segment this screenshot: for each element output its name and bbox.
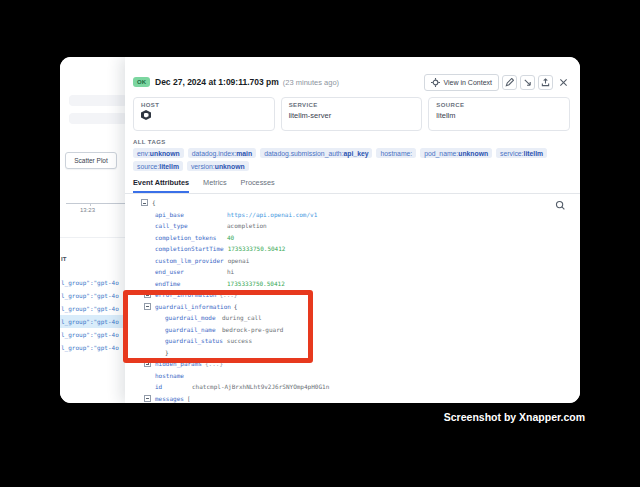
group-row-list: l_group":"gpt-4o l_group":"gpt-4o l_grou… — [60, 276, 125, 354]
tag-key: datadog.index: — [192, 150, 237, 157]
event-relative-time: (23 minutes ago) — [283, 78, 339, 87]
attr-row-guardrail-name: guardrail_name bedrock-pre-guard — [133, 324, 570, 336]
source-card-label: SOURCE — [436, 102, 562, 108]
export-button[interactable] — [538, 75, 553, 90]
tag-datadog-index[interactable]: datadog.index:main — [188, 148, 256, 158]
attr-row-api-base: api_base https://api.openai.com/v1 — [133, 209, 570, 221]
tag-key: pod_name: — [424, 150, 458, 157]
open-brace: { — [152, 199, 156, 206]
summary-cards: HOST SERVICE litellm-server SOURCE litel… — [133, 97, 570, 131]
tag-key: service: — [500, 150, 523, 157]
attr-key: completion_tokens — [155, 234, 223, 241]
attr-key: completionStartTime — [155, 245, 224, 252]
attr-row-call-type: call_type acompletion — [133, 220, 570, 232]
service-card-value: litellm-server — [289, 111, 415, 120]
tag-key: source: — [137, 163, 159, 170]
source-card[interactable]: SOURCE litellm — [428, 97, 570, 131]
chart-axis-label: 13:23 — [80, 207, 95, 213]
tag-datadog-submission-auth[interactable]: datadog.submission_auth:api_key — [260, 148, 372, 158]
scatter-plot-button[interactable]: Scatter Plot — [65, 152, 117, 169]
collapse-icon[interactable] — [144, 395, 151, 402]
attr-row-hidden-params: hidden_params {...} — [133, 358, 570, 370]
tag-list: env:unknown datadog.index:main datadog.s… — [133, 148, 573, 171]
group-row[interactable]: l_group":"gpt-4o — [60, 341, 125, 354]
tab-processes[interactable]: Processes — [241, 178, 275, 193]
attr-row-completion-start-time: completionStartTime 1735333750.50412 — [133, 243, 570, 255]
host-card[interactable]: HOST — [133, 97, 275, 131]
open-bracket: [ — [187, 395, 191, 402]
group-row[interactable]: l_group":"gpt-4o — [60, 276, 125, 289]
json-close-brace-row: } — [133, 347, 570, 359]
attr-row-guardrail-information: guardrail_information { — [133, 301, 570, 313]
group-row[interactable]: l_group":"gpt-4o — [60, 328, 125, 341]
attr-value-link[interactable]: https://api.openai.com/v1 — [227, 211, 317, 218]
tag-key: env: — [137, 150, 150, 157]
attr-key: hostname — [155, 372, 188, 379]
tag-value: unknown — [150, 150, 180, 157]
app-window: Scatter Plot 13:23 IT l_group":"gpt-4o l… — [60, 57, 580, 403]
attr-key: error_information — [155, 291, 216, 298]
attr-key: api_base — [155, 211, 223, 218]
tag-value: litellm — [524, 150, 544, 157]
attr-row-error-information: error_information {...} — [133, 289, 570, 301]
collapse-icon[interactable] — [141, 199, 148, 206]
crosshair-icon — [431, 78, 440, 87]
view-in-context-button[interactable]: View in Context — [424, 74, 499, 91]
correlations-button[interactable] — [520, 75, 535, 90]
attr-key: guardrail_information — [155, 303, 231, 310]
attr-row-end-time: endTime 1735333750.50412 — [133, 278, 570, 290]
expand-icon[interactable] — [144, 291, 151, 298]
attr-key: custom_llm_provider — [155, 257, 224, 264]
attr-value: during_call — [222, 314, 262, 321]
group-row[interactable]: l_group":"gpt-4o — [60, 302, 125, 315]
group-row[interactable]: l_group":"gpt-4o — [60, 289, 125, 302]
attr-row-messages: messages [ — [133, 393, 570, 404]
collapse-icon[interactable] — [144, 303, 151, 310]
attr-value: success — [227, 337, 252, 344]
branch-arrow-icon — [523, 78, 532, 87]
divider — [60, 237, 125, 238]
background-row-placeholder — [69, 113, 127, 124]
tag-env[interactable]: env:unknown — [133, 148, 184, 158]
event-detail-panel: OK Dec 27, 2024 at 1:09:11.703 pm (23 mi… — [125, 57, 580, 403]
close-brace: } — [165, 349, 169, 356]
close-icon — [559, 78, 568, 87]
attr-key: hidden_params — [155, 360, 202, 367]
watermark-text: Screenshot by Xnapper.com — [444, 411, 585, 423]
close-button[interactable] — [556, 75, 570, 89]
export-icon — [541, 78, 550, 87]
source-card-value: litellm — [436, 111, 562, 120]
event-header: OK Dec 27, 2024 at 1:09:11.703 pm (23 mi… — [133, 73, 570, 91]
group-row-highlighted[interactable]: l_group":"gpt-4o — [60, 315, 125, 328]
attr-row-custom-llm-provider: custom_llm_provider openai — [133, 255, 570, 267]
edit-button[interactable] — [502, 75, 517, 90]
tag-pod-name[interactable]: pod_name:unknown — [420, 148, 492, 158]
attr-value: bedrock-pre-guard — [222, 326, 283, 333]
chart-axis-line — [66, 203, 125, 204]
expand-icon[interactable] — [144, 360, 151, 367]
search-icon[interactable] — [555, 200, 566, 212]
tag-key: datadog.submission_auth: — [264, 150, 343, 157]
tab-event-attributes[interactable]: Event Attributes — [133, 178, 189, 193]
host-card-label: HOST — [141, 102, 267, 108]
tag-key: hostname: — [380, 150, 412, 157]
tag-value: unknown — [458, 150, 488, 157]
json-root-row: { — [133, 197, 570, 209]
tag-service[interactable]: service:litellm — [496, 148, 547, 158]
collapsed-preview: {...} — [205, 360, 223, 367]
tag-source[interactable]: source:litellm — [133, 161, 183, 171]
tag-value: litellm — [159, 163, 179, 170]
background-row-placeholder — [69, 95, 127, 106]
service-card[interactable]: SERVICE litellm-server — [281, 97, 423, 131]
attr-key: call_type — [155, 222, 223, 229]
tag-value: unknown — [215, 163, 245, 170]
tab-bar: Event Attributes Metrics Processes — [125, 178, 580, 194]
tag-hostname[interactable]: hostname: — [376, 148, 416, 158]
attr-row-completion-tokens: completion_tokens 40 — [133, 232, 570, 244]
tag-version[interactable]: version:unknown — [187, 161, 249, 171]
attr-value: 40 — [227, 234, 234, 241]
tab-metrics[interactable]: Metrics — [203, 178, 227, 193]
attr-key: endTime — [155, 280, 223, 287]
attr-key: guardrail_mode — [165, 314, 218, 321]
tag-key: version: — [191, 163, 215, 170]
